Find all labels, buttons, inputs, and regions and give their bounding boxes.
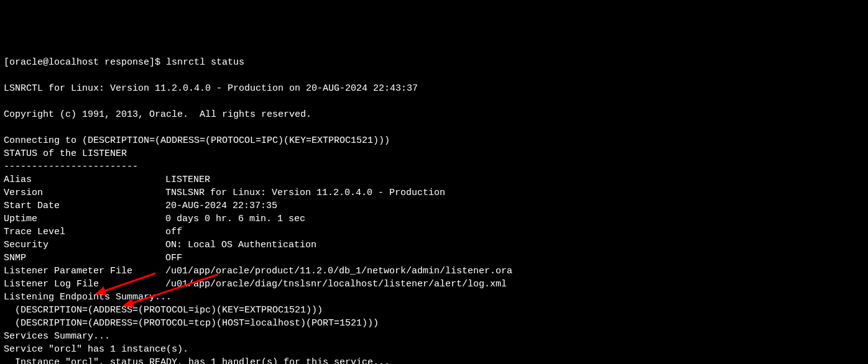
field-version: VersionTNSLSNR for Linux: Version 11.2.0… (4, 186, 864, 199)
endpoints-header: Listening Endpoints Summary... (4, 292, 172, 303)
terminal-output[interactable]: [oracle@localhost response]$ lsnrctl sta… (4, 56, 864, 364)
command-text: lsnrctl status (166, 57, 244, 68)
field-value: /u01/app/oracle/diag/tnslsnr/localhost/l… (165, 279, 507, 289)
separator-line: ------------------------ (4, 162, 138, 172)
field-value: 0 days 0 hr. 6 min. 1 sec (165, 214, 305, 224)
field-label: Listener Parameter File (4, 265, 165, 278)
lsnrctl-version-line: LSNRCTL for Linux: Version 11.2.0.4.0 - … (4, 83, 418, 94)
services-header: Services Summary... (4, 331, 110, 342)
field-security: SecurityON: Local OS Authentication (4, 239, 864, 252)
copyright-line: Copyright (c) 1991, 2013, Oracle. All ri… (4, 109, 312, 120)
field-log-file: Listener Log File/u01/app/oracle/diag/tn… (4, 278, 864, 291)
field-label: Listener Log File (4, 278, 165, 291)
field-value: TNSLSNR for Linux: Version 11.2.0.4.0 - … (165, 188, 445, 198)
field-label: Trace Level (4, 225, 165, 239)
field-trace-level: Trace Leveloff (4, 225, 864, 239)
field-value: /u01/app/oracle/product/11.2.0/db_1/netw… (165, 266, 512, 276)
field-label: Start Date (4, 199, 165, 212)
prompt-prefix: [oracle@localhost response]$ (4, 57, 166, 68)
field-start-date: Start Date20-AUG-2024 22:37:35 (4, 199, 864, 212)
service-line: Service "orcl" has 1 instance(s). (4, 344, 188, 355)
field-value: 20-AUG-2024 22:37:35 (165, 201, 277, 211)
endpoint-line: (DESCRIPTION=(ADDRESS=(PROTOCOL=tcp)(HOS… (4, 318, 379, 329)
prompt-line-1: [oracle@localhost response]$ lsnrctl sta… (4, 57, 244, 68)
endpoint-line: (DESCRIPTION=(ADDRESS=(PROTOCOL=ipc)(KEY… (4, 305, 323, 316)
field-value: ON: Local OS Authentication (165, 240, 316, 250)
field-alias: AliasLISTENER (4, 173, 864, 186)
field-value: LISTENER (165, 175, 210, 185)
field-label: Alias (4, 173, 165, 186)
field-label: SNMP (4, 252, 165, 265)
field-param-file: Listener Parameter File/u01/app/oracle/p… (4, 265, 864, 278)
connecting-line: Connecting to (DESCRIPTION=(ADDRESS=(PRO… (4, 135, 390, 146)
field-value: OFF (165, 253, 182, 263)
field-label: Security (4, 239, 165, 252)
field-uptime: Uptime0 days 0 hr. 6 min. 1 sec (4, 212, 864, 225)
field-label: Version (4, 186, 165, 199)
field-label: Uptime (4, 212, 165, 225)
status-header: STATUS of the LISTENER (4, 148, 127, 159)
field-value: off (165, 227, 182, 237)
field-snmp: SNMPOFF (4, 252, 864, 265)
instance-line: Instance "orcl", status READY, has 1 han… (4, 357, 390, 364)
